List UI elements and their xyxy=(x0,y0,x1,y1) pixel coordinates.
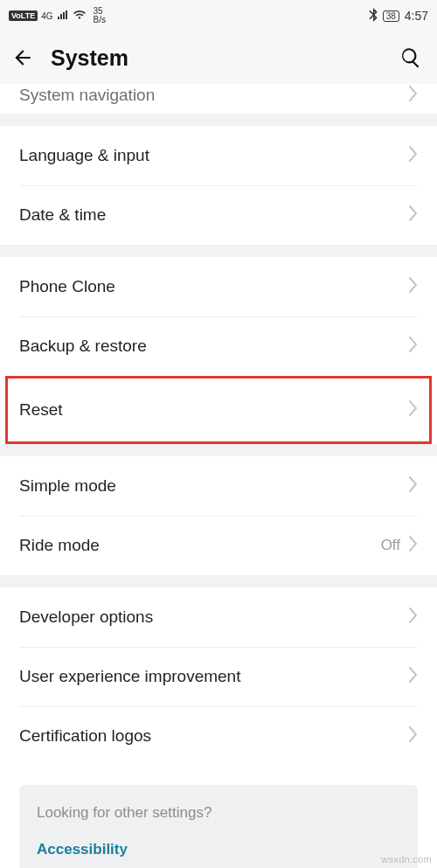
watermark: wsxdn.com xyxy=(381,854,432,865)
settings-list[interactable]: System navigation Language & input Date … xyxy=(0,84,437,868)
row-date-time[interactable]: Date & time xyxy=(0,185,437,245)
network-indicator: 4G xyxy=(41,11,52,21)
chevron-right-icon xyxy=(409,205,418,225)
network-rate-unit: B/s xyxy=(94,16,106,24)
chevron-right-icon xyxy=(409,476,418,496)
header: System xyxy=(0,31,437,84)
signal-icon xyxy=(57,10,69,23)
page-title: System xyxy=(51,45,399,71)
row-label: User experience improvement xyxy=(19,667,409,686)
bluetooth-icon xyxy=(369,8,378,24)
row-system-navigation[interactable]: System navigation xyxy=(0,84,437,114)
battery-percent: 38 xyxy=(386,11,396,21)
row-certification-logos[interactable]: Certification logos xyxy=(0,706,437,766)
chevron-right-icon xyxy=(409,536,418,555)
group-separator xyxy=(0,114,437,126)
row-language-input[interactable]: Language & input xyxy=(0,126,437,185)
chevron-right-icon xyxy=(409,667,418,686)
settings-group-4: Developer options User experience improv… xyxy=(0,587,437,766)
group-separator xyxy=(0,245,437,257)
row-label: Simple mode xyxy=(19,476,409,496)
settings-group-1: Language & input Date & time xyxy=(0,126,437,245)
chevron-right-icon xyxy=(409,146,418,165)
other-settings-card: Looking for other settings? Accessibilit… xyxy=(19,785,418,868)
battery-indicator: 38 xyxy=(383,10,399,22)
group-separator xyxy=(0,575,437,587)
row-label: Phone Clone xyxy=(19,277,409,296)
group-separator xyxy=(0,444,437,456)
chevron-right-icon xyxy=(409,277,418,296)
settings-group-0: System navigation xyxy=(0,84,437,114)
row-phone-clone[interactable]: Phone Clone xyxy=(0,257,437,316)
row-user-experience-improvement[interactable]: User experience improvement xyxy=(0,647,437,706)
row-label: Certification logos xyxy=(19,726,409,746)
chevron-right-icon xyxy=(409,608,418,627)
status-right: 38 4:57 xyxy=(369,8,428,24)
chevron-right-icon xyxy=(409,400,418,420)
row-simple-mode[interactable]: Simple mode xyxy=(0,456,437,516)
back-button[interactable] xyxy=(10,45,35,70)
status-bar: VoLTE 4G 35 B/s 38 4:57 xyxy=(0,0,437,31)
row-label: System navigation xyxy=(19,86,409,105)
row-reset[interactable]: Reset xyxy=(0,376,437,444)
settings-group-3: Simple mode Ride mode Off xyxy=(0,456,437,575)
chevron-right-icon xyxy=(409,726,418,746)
row-label: Date & time xyxy=(19,205,409,225)
row-ride-mode[interactable]: Ride mode Off xyxy=(0,516,437,575)
search-button[interactable] xyxy=(399,45,423,70)
chevron-right-icon xyxy=(409,86,418,105)
chevron-right-icon xyxy=(409,337,418,356)
row-label: Reset xyxy=(19,400,409,420)
clock: 4:57 xyxy=(405,9,428,23)
settings-group-2: Phone Clone Backup & restore Reset xyxy=(0,257,437,444)
row-label: Developer options xyxy=(19,608,409,627)
row-backup-restore[interactable]: Backup & restore xyxy=(0,316,437,376)
link-accessibility[interactable]: Accessibility xyxy=(37,841,400,858)
status-left: VoLTE 4G 35 B/s xyxy=(9,7,106,24)
row-label: Backup & restore xyxy=(19,337,409,356)
row-value: Off xyxy=(381,537,400,554)
network-rate: 35 B/s xyxy=(94,7,106,24)
other-settings-prompt: Looking for other settings? xyxy=(37,804,400,822)
row-developer-options[interactable]: Developer options xyxy=(0,587,437,647)
row-label: Ride mode xyxy=(19,536,381,555)
row-label: Language & input xyxy=(19,146,409,165)
wifi-icon xyxy=(73,10,87,23)
volte-badge: VoLTE xyxy=(9,10,38,21)
